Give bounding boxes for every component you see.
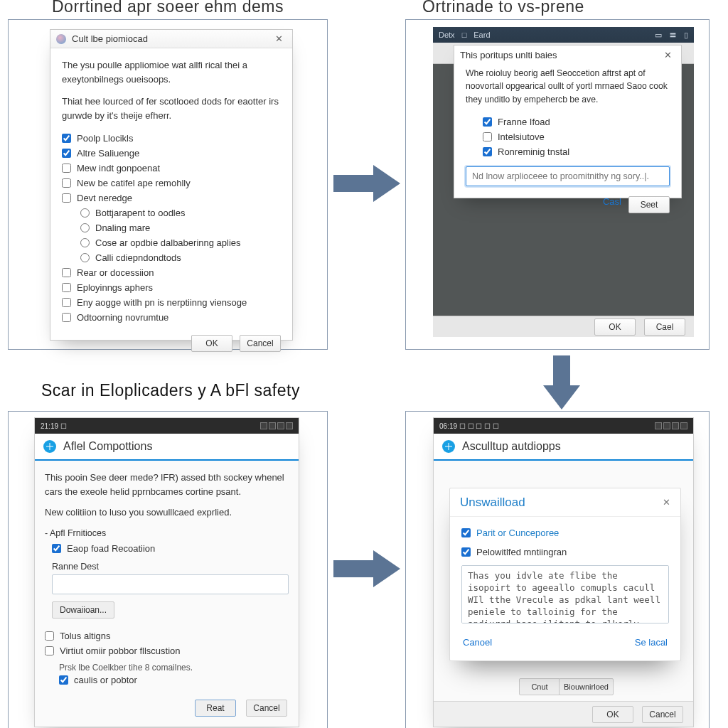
cancel-button[interactable]: Cancel	[240, 335, 281, 352]
ok-button[interactable]: OK	[594, 318, 636, 336]
cancel-button[interactable]: Cancel	[642, 706, 683, 723]
checkbox[interactable]	[62, 164, 71, 173]
heading-top-right: Ortrinade to vs-prene	[422, 0, 584, 16]
checkbox[interactable]	[45, 631, 54, 641]
checkbox-label: Pelowitlfed mntiingran	[476, 547, 567, 557]
plus-icon	[43, 440, 56, 453]
app-bottomband: OK Cael	[433, 316, 694, 337]
download-button[interactable]: Dowaiioan...	[52, 601, 114, 619]
menu-item[interactable]: Detx	[439, 31, 455, 39]
checkbox[interactable]	[483, 132, 492, 141]
checkbox[interactable]	[62, 193, 71, 203]
field-label: Ranne Dest	[45, 562, 289, 572]
checkbox-label: Tolus altigns	[60, 631, 111, 641]
toolbar-icon[interactable]: ▭	[655, 31, 662, 40]
menu-item[interactable]: Eard	[473, 31, 490, 39]
panel-step-3: 21:19 ☐ Aflel Compottions This pooin See…	[8, 411, 328, 728]
app-icon	[56, 34, 66, 44]
popup-unswailload: Unswailload ✕ Parit or Cunceporee Pelowi…	[449, 488, 681, 661]
toolbar-icon[interactable]: 〓	[669, 30, 677, 41]
checkbox-label: caulis or pobtor	[74, 675, 137, 685]
close-icon[interactable]: ✕	[269, 31, 288, 47]
reset-button[interactable]: Reat	[195, 700, 236, 717]
plus-icon	[442, 440, 455, 453]
radio-label: Dnaling mare	[95, 223, 150, 233]
dialog-titlebar: Cult lbe piomiocad ✕	[50, 30, 292, 48]
checkbox[interactable]	[62, 268, 71, 277]
checkbox-label: New be catifel ape remohlly	[77, 178, 191, 188]
heading-top-left: Dorrtined apr soeer ehm dems	[52, 0, 284, 16]
arrow-down-icon	[540, 354, 583, 411]
mobile-header: Aflel Compottions	[35, 434, 299, 461]
status-clock: 06:19 ☐ ☐ ☐ ☐ ☐	[439, 422, 499, 430]
body-paragraph: New colitiion to luso you sowulllcaed ex…	[45, 505, 289, 520]
dialog-step-2: This poritups unlti baies ✕ Whe roioluy …	[454, 45, 682, 198]
body-paragraph: This pooin See deer mede? lFR) assed bth…	[45, 471, 289, 498]
select-button[interactable]: Se lacal	[635, 637, 668, 648]
checkbox[interactable]	[62, 149, 71, 158]
radio[interactable]	[80, 253, 90, 262]
checkbox-label: Mew indt gonpoenat	[77, 163, 160, 173]
biouwn-button[interactable]: Biouwnirloed	[559, 678, 614, 695]
note-text: Prsk lbe Coelkber tihe 8 comailnes.	[45, 663, 289, 673]
dialog-title: Cult lbe piomiocad	[72, 33, 148, 44]
cancel-button[interactable]: Cael	[644, 318, 685, 336]
radio[interactable]	[80, 223, 90, 232]
checkbox[interactable]	[45, 646, 54, 655]
ok-button[interactable]: OK	[592, 706, 633, 723]
menu-item[interactable]: □	[462, 31, 467, 39]
checkbox[interactable]	[52, 544, 61, 553]
note-textarea[interactable]	[461, 565, 669, 623]
mobile-statusbar: 06:19 ☐ ☐ ☐ ☐ ☐	[434, 418, 693, 434]
checkbox[interactable]	[461, 547, 471, 557]
status-sys-icons	[655, 422, 687, 429]
radio[interactable]	[80, 238, 90, 247]
panel-step-1: Cult lbe piomiocad ✕ The ysu poulle appl…	[8, 19, 328, 350]
checkbox[interactable]	[59, 675, 68, 685]
checkbox-label: Ronreminig tnstal	[498, 146, 569, 157]
checkbox[interactable]	[62, 283, 71, 292]
dialog-step-1: Cult lbe piomiocad ✕ The ysu poulle appl…	[50, 29, 293, 341]
mobile-step-4: 06:19 ☐ ☐ ☐ ☐ ☐ Asculltup autdiopps Cnut…	[433, 417, 694, 727]
toolbar-icon[interactable]: ▯	[684, 31, 688, 40]
checkbox-label: Devt neredge	[77, 193, 132, 203]
heading-bottom-left: Scar in Eloplicaders y A bFl safety	[41, 381, 300, 400]
close-icon[interactable]: ✕	[663, 497, 670, 508]
radio[interactable]	[80, 208, 90, 218]
checkbox-label: Rear or docessiion	[77, 267, 154, 278]
status-sys-icons	[260, 422, 293, 429]
checkbox-label: Eployinngs aphers	[77, 282, 153, 293]
checkbox[interactable]	[62, 298, 71, 307]
checkbox[interactable]	[62, 134, 71, 143]
checkbox[interactable]	[461, 528, 471, 537]
checkbox-label: Intelsiutove	[498, 132, 545, 142]
status-clock: 21:19 ☐	[41, 422, 67, 430]
radio-label: Bottjarapent to oodles	[95, 208, 185, 218]
panel-step-2: Detx□Eard ▭〓▯ OK Cael This poritups unlt…	[405, 19, 710, 350]
checkbox-label: Eny aogge witlh pn is nerptiinng viensog…	[77, 297, 247, 308]
mobile-header: Asculltup autdiopps	[434, 434, 693, 461]
radio-label: Calli cdiepndondtods	[95, 252, 181, 263]
checkbox-label: Odtoorning novrumtue	[77, 312, 168, 323]
checkbox[interactable]	[483, 117, 492, 127]
checkbox[interactable]	[62, 178, 71, 188]
close-icon[interactable]: ✕	[658, 47, 677, 63]
checkbox-label: Eaop foad Recoatiion	[67, 543, 155, 554]
dialog-title: This poritups unlti baies	[460, 50, 557, 60]
dialog-paragraph: Thiat hee lourced of fer scotlooed dods …	[62, 95, 281, 122]
cancel-button[interactable]: Casl	[603, 196, 621, 213]
cancel-button[interactable]: Cancel	[246, 700, 287, 717]
screen-title: Aflel Compottions	[63, 440, 152, 453]
ok-button[interactable]: OK	[191, 335, 232, 352]
checkbox[interactable]	[483, 147, 492, 156]
mobile-statusbar: 21:19 ☐	[35, 418, 299, 434]
cancel-button[interactable]: Canoel	[463, 637, 492, 648]
dialog-paragraph: Whe roioluy beorig aefl Seoccetion aftrs…	[466, 67, 670, 106]
search-input[interactable]	[466, 166, 670, 186]
app-menuband: Detx□Eard ▭〓▯	[433, 27, 694, 43]
checkbox[interactable]	[62, 313, 71, 322]
popup-title: Unswailload	[460, 496, 525, 510]
ranne-input[interactable]	[52, 574, 289, 594]
cnut-button[interactable]: Cnut	[519, 678, 560, 695]
save-button[interactable]: Seet	[628, 196, 670, 213]
